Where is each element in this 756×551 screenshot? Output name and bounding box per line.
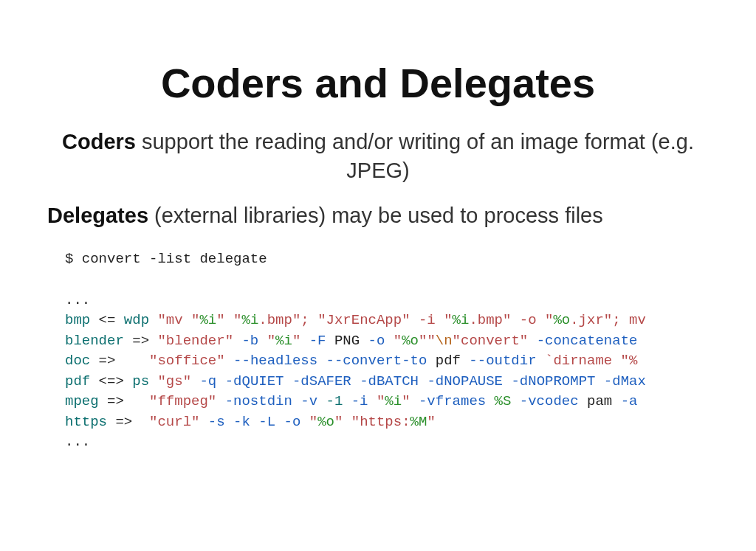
code-line-bmp: bmp <= wdp "mv "%i" "%i.bmp"; "JxrEncApp… xyxy=(65,312,646,328)
code-line-pdf: pdf <=> ps "gs" -q -dQUIET -dSAFER -dBAT… xyxy=(65,373,646,389)
paragraph-delegates: Delegates (external libraries) may be us… xyxy=(44,201,712,230)
page-title: Coders and Delegates xyxy=(44,59,712,107)
code-ellipsis: ... xyxy=(65,292,90,308)
paragraph-coders: Coders support the reading and/or writin… xyxy=(44,128,712,185)
code-line-https: https => "curl" -s -k -L -o "%o" "https:… xyxy=(65,414,436,430)
code-ellipsis-2: ... xyxy=(65,434,90,450)
code-block: $ convert -list delegate ... bmp <= wdp … xyxy=(44,249,712,452)
code-line-blender: blender => "blender" -b "%i" -F PNG -o "… xyxy=(65,333,637,349)
code-line-mpeg: mpeg => "ffmpeg" -nostdin -v -1 -i "%i" … xyxy=(65,393,637,409)
code-line-doc: doc => "soffice" --headless --convert-to… xyxy=(65,353,637,369)
coders-term: Coders xyxy=(62,130,136,153)
coders-desc: support the reading and/or writing of an… xyxy=(136,130,694,182)
delegates-term: Delegates xyxy=(47,204,148,227)
delegates-desc: (external libraries) may be used to proc… xyxy=(148,204,603,227)
code-cmd: $ convert -list delegate xyxy=(65,251,267,267)
